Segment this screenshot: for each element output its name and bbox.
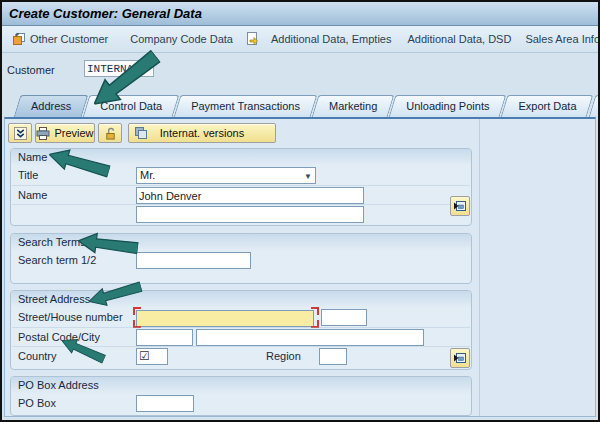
sales-area-information-dsd-button[interactable]: Sales Area Information, DSD: [521, 33, 600, 45]
po-box-label: PO Box: [18, 397, 56, 409]
tab-payment-transactions[interactable]: Payment Transactions: [180, 95, 311, 117]
search-term-input[interactable]: [136, 252, 251, 269]
street-row: Street/House number: [12, 308, 470, 327]
printer-icon: [36, 127, 50, 140]
tab-control-data[interactable]: Control Data: [89, 95, 173, 117]
postal-code-label: Postal Code/City: [18, 331, 100, 343]
tab-address[interactable]: Address: [20, 95, 82, 117]
sap-window: Create Customer: General Data Other Cust…: [0, 0, 600, 422]
window-arrow-icon: [453, 199, 467, 213]
title-select-value: Mr.: [140, 169, 155, 181]
window-titlebar: Create Customer: General Data: [2, 2, 598, 26]
document-arrow-button[interactable]: [241, 32, 263, 46]
name-group-header: Name: [11, 149, 471, 166]
po-box-group: PO Box Address PO Box: [10, 376, 472, 416]
tab-marketing[interactable]: Marketing: [318, 95, 388, 117]
search-terms-group-header: Search Terms: [11, 234, 471, 251]
company-code-data-label: Company Code Data: [130, 33, 233, 45]
company-code-data-button[interactable]: Company Code Data: [126, 33, 237, 45]
title-select[interactable]: Mr. ▼: [136, 167, 316, 184]
postal-city-row: Postal Code/City: [12, 327, 470, 347]
customer-input[interactable]: [84, 60, 154, 77]
open-lock-icon: [104, 127, 117, 140]
po-box-input[interactable]: [136, 395, 194, 412]
name-label: Name: [18, 189, 47, 201]
house-number-input[interactable]: [321, 309, 367, 326]
page-title: Create Customer: General Data: [9, 6, 202, 21]
app-toolbar: Other Customer Company Code Data Additio…: [2, 26, 598, 53]
tab-strip: Address Control Data Payment Transaction…: [20, 95, 600, 117]
tab-contact-person[interactable]: Contact Person: [595, 95, 600, 117]
city-input[interactable]: [196, 329, 424, 346]
more-fields-button-name[interactable]: [450, 196, 470, 216]
internat-versions-button[interactable]: Internat. versions: [128, 123, 276, 143]
search-term-row: Search term 1/2: [12, 251, 470, 270]
preview-label: Preview: [54, 127, 93, 139]
additional-data-dsd-label: Additional Data, DSD: [407, 33, 511, 45]
focus-corner: [311, 307, 319, 315]
expand-options-button[interactable]: [8, 123, 32, 143]
search-terms-group: Search Terms Search term 1/2: [10, 233, 472, 284]
additional-data-empties-label: Additional Data, Empties: [271, 33, 391, 45]
name2-input[interactable]: [136, 206, 364, 223]
copy-versions-icon: [134, 126, 148, 140]
double-chevron-down-icon: [14, 127, 27, 140]
chevron-down-icon: ▼: [304, 169, 312, 184]
po-box-group-header: PO Box Address: [11, 377, 471, 394]
region-label: Region: [266, 350, 301, 362]
name-input[interactable]: [136, 187, 364, 204]
checkbox-glyph: ☑: [139, 349, 150, 363]
name2-row: [12, 204, 470, 224]
title-label: Title: [18, 169, 38, 181]
postal-code-input[interactable]: [136, 329, 193, 346]
name-row: Name: [12, 185, 470, 205]
street-label: Street/House number: [18, 311, 123, 323]
street-input-focus-frame: [133, 307, 319, 328]
document-arrow-icon: [245, 32, 259, 46]
sales-area-information-dsd-label: Sales Area Information, DSD: [525, 33, 600, 45]
internat-versions-label: Internat. versions: [160, 127, 244, 139]
additional-data-empties-button[interactable]: Additional Data, Empties: [267, 33, 395, 45]
country-input[interactable]: ☑: [136, 348, 168, 365]
more-fields-button-street[interactable]: [450, 348, 470, 368]
preview-button[interactable]: Preview: [35, 123, 95, 143]
other-customer-label: Other Customer: [30, 33, 108, 45]
street-address-group: Street Address Street/House number Posta…: [10, 290, 472, 370]
tab-export-data[interactable]: Export Data: [507, 95, 587, 117]
other-customer-button[interactable]: Other Customer: [8, 32, 112, 46]
other-customer-icon: [12, 32, 26, 46]
country-row: Country ☑ Region: [12, 346, 470, 366]
street-input[interactable]: [136, 310, 314, 327]
po-box-row: PO Box: [12, 394, 470, 413]
window-arrow-icon: [453, 351, 467, 365]
customer-label: Customer: [7, 64, 55, 76]
name-group: Name Title Mr. ▼ Name: [10, 148, 472, 226]
street-address-group-header: Street Address: [11, 291, 471, 308]
unlock-button[interactable]: [98, 123, 122, 143]
additional-data-dsd-button[interactable]: Additional Data, DSD: [403, 33, 515, 45]
region-input[interactable]: [319, 348, 347, 365]
title-row: Title Mr. ▼: [12, 166, 470, 185]
content-right-divider: [479, 119, 480, 416]
focus-corner: [133, 307, 141, 315]
country-label: Country: [18, 350, 57, 362]
search-term-label: Search term 1/2: [18, 254, 96, 266]
tab-unloading-points[interactable]: Unloading Points: [395, 95, 500, 117]
